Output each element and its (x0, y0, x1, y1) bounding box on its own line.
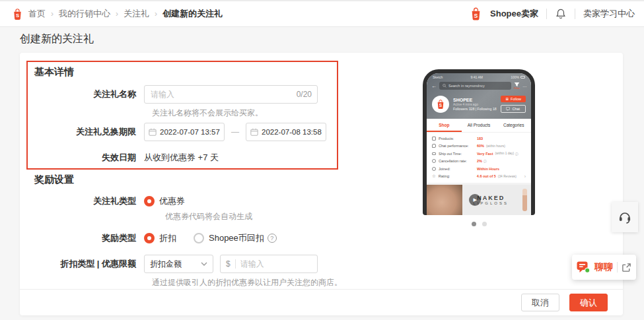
gift-type-row: 关注礼类型 优惠券 (20, 195, 185, 207)
discount-type-selected-value: 折扣金额 (150, 259, 182, 270)
tab-shop[interactable]: Shop (427, 119, 462, 132)
svg-text:S: S (16, 13, 19, 18)
shop-name: SHOPEE (453, 98, 497, 102)
discount-help-text: 通过提供吸引人的折扣优惠券以让用户关注您的商店。 (152, 277, 342, 288)
learning-center-link[interactable]: 卖家学习中心 (583, 8, 635, 20)
carousel-dot[interactable] (482, 222, 487, 226)
breadcrumb-separator: › (116, 9, 118, 18)
discount-type-label: 折扣类型 | 优惠限额 (20, 258, 144, 270)
reward-type-label: 奖励类型 (20, 232, 144, 244)
period-start-value: 2022-07-07 13:57 (160, 128, 220, 136)
name-help-text: 关注礼名称将不会展示给买家。 (152, 108, 263, 119)
phone-search-row: ← Search in raymondncy Filter ⋯ (427, 80, 531, 92)
shop-chat-button[interactable]: Chat (501, 105, 526, 113)
cancel-button[interactable]: 取消 (521, 294, 559, 311)
stat-row-chat-performance: Chat performance: 60% (within hours) (427, 143, 531, 150)
phone-search-placeholder: Search in raymondncy (448, 84, 485, 88)
coins-help-icon[interactable]: ? (268, 234, 277, 243)
section-title-reward: 奖励设置 (34, 174, 74, 186)
divider (617, 262, 618, 272)
chevron-right-icon[interactable]: › (524, 174, 526, 179)
name-input[interactable] (144, 85, 318, 104)
ship-out-icon (432, 152, 436, 156)
expiry-value: 从收到优惠券 +7 天 (144, 152, 219, 164)
chevron-down-icon (201, 262, 207, 266)
discount-type-select[interactable]: 折扣金额 (144, 255, 213, 273)
joined-icon (432, 167, 436, 171)
breadcrumb-home[interactable]: 首页 (28, 8, 46, 20)
coins-cashback-radio[interactable] (194, 233, 204, 243)
phone-status-bar: Sketch 9:41 AM 100% (427, 73, 531, 80)
phone-search-input[interactable]: Search in raymondncy (439, 82, 511, 90)
section-title-basic: 基本详情 (34, 66, 74, 79)
webchat-widget[interactable]: 聊聊 (572, 255, 636, 280)
currency-symbol: $ (226, 259, 231, 269)
discount-radio-label[interactable]: 折扣 (159, 232, 176, 244)
top-bar: S 首页 › 我的行销中心 › 关注礼 › 创建新的关注礼 S Shopee卖家… (0, 0, 644, 27)
confirm-button[interactable]: 确认 (569, 294, 608, 311)
webchat-label: 聊聊 (594, 261, 613, 273)
name-input-wrap: 0/20 (144, 85, 318, 104)
phone-shop-info: S SHOPEE Active 4 mins ago Followers 328… (427, 92, 531, 119)
webchat-icon (577, 261, 590, 274)
name-label: 关注礼名称 (20, 88, 144, 100)
form-footer: 取消 确认 (20, 289, 623, 315)
svg-text:S: S (474, 13, 478, 19)
breadcrumb-follow-prize[interactable]: 关注礼 (124, 8, 149, 20)
period-dash: — (231, 127, 239, 137)
breadcrumb-separator: › (155, 9, 157, 18)
follow-plus-icon: ⊞ (505, 97, 509, 101)
expiry-row: 失效日期 从收到优惠券 +7 天 (20, 152, 219, 164)
calendar-icon (149, 128, 157, 136)
gift-type-label: 关注礼类型 (20, 195, 144, 207)
follow-button[interactable]: ⊞ Follow (501, 96, 526, 102)
shop-stats-list: Products: 183 Chat performance: 60% (wit… (427, 133, 531, 185)
filter-icon[interactable]: Filter (514, 82, 520, 90)
carousel-dots (423, 222, 535, 226)
brand-name[interactable]: Shopee卖家 (490, 8, 538, 20)
play-button[interactable]: ▶ (469, 194, 481, 206)
chat-bubble-icon (506, 107, 510, 111)
phone-tabs: Shop All Products Categories (427, 119, 531, 133)
voucher-radio-label[interactable]: 优惠券 (159, 195, 185, 207)
discount-amount-input[interactable] (240, 259, 300, 269)
tab-all-products[interactable]: All Products (462, 119, 497, 132)
shop-text-block: SHOPEE Active 4 mins ago Followers 328 |… (453, 98, 497, 111)
period-end-input[interactable]: 2022-07-08 13:58 (246, 123, 326, 141)
discount-radio[interactable] (144, 233, 155, 243)
stat-row-cancellation-rate: Cancellation rate: 2% ⓘ (427, 158, 531, 166)
search-icon (443, 84, 447, 88)
shopee-logo-icon[interactable]: S (12, 8, 23, 20)
voucher-radio[interactable] (144, 196, 155, 207)
shop-video-banner: NAKED LIPGLOSS ▶ (427, 185, 531, 215)
cancellation-icon (432, 159, 436, 163)
shop-preview: Sketch 9:41 AM 100% ← Search in raymondn… (423, 69, 535, 226)
coins-cashback-radio-label[interactable]: Shopee币回扣 (209, 232, 264, 244)
carousel-dot-active[interactable] (472, 222, 476, 226)
stat-row-products: Products: 183 (427, 135, 531, 143)
battery-label: 100% (511, 75, 525, 79)
stat-row-rating: ☆ Rating: 4.6 out of 5 (34 Reviews) › (427, 173, 531, 181)
notification-bell-icon[interactable] (555, 8, 567, 20)
model-face-image (427, 185, 462, 215)
chat-performance-icon (432, 144, 436, 148)
divider (575, 9, 575, 19)
discount-row: 折扣类型 | 优惠限额 折扣金额 $ (20, 255, 318, 273)
period-start-input[interactable]: 2022-07-07 13:57 (144, 123, 225, 141)
tab-categories[interactable]: Categories (496, 119, 531, 132)
info-icon: ⓘ (483, 159, 487, 163)
support-headset-button[interactable] (612, 202, 638, 232)
shop-followers: Followers 328 | Following 18 (453, 107, 497, 111)
reward-type-row: 奖励类型 折扣 Shopee币回扣 ? (20, 232, 277, 244)
name-char-counter: 0/20 (297, 90, 312, 99)
shop-buttons: ⊞ Follow Chat (501, 96, 526, 113)
carrier-label: Sketch (433, 75, 443, 79)
stat-row-ship-out-time: Ship out Time: Very Fast (within 1 day) … (427, 150, 531, 158)
more-options-icon[interactable]: ⋯ (522, 84, 526, 88)
breadcrumb-separator: › (51, 9, 54, 18)
back-arrow-icon[interactable]: ← (431, 83, 437, 89)
breadcrumb-marketing-centre[interactable]: 我的行销中心 (59, 8, 110, 20)
popout-icon[interactable] (622, 263, 631, 272)
calendar-icon (250, 128, 258, 136)
expiry-label: 失效日期 (20, 152, 144, 164)
